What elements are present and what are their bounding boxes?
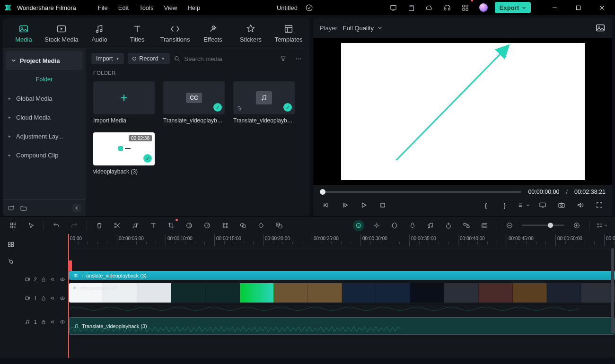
menu-tools[interactable]: Tools bbox=[136, 2, 156, 13]
play-pause-button[interactable] bbox=[339, 199, 351, 211]
mute-icon[interactable] bbox=[50, 276, 56, 283]
track-head-a1[interactable]: 1 bbox=[22, 308, 68, 336]
apps-button[interactable] bbox=[459, 0, 472, 15]
video-track-lane[interactable]: videoplayback (3) bbox=[68, 281, 615, 305]
mark-out-button[interactable]: } bbox=[499, 199, 511, 211]
lock-icon[interactable] bbox=[41, 295, 46, 302]
tab-media[interactable]: Media bbox=[5, 21, 43, 48]
redo-button[interactable] bbox=[69, 220, 80, 231]
mute-icon[interactable] bbox=[50, 295, 56, 302]
track-manager-button[interactable] bbox=[5, 239, 17, 250]
group-button[interactable] bbox=[237, 220, 249, 231]
color-wheel-button[interactable] bbox=[371, 220, 382, 231]
search-input[interactable] bbox=[184, 55, 259, 63]
timeline-vertical-scrollbar[interactable] bbox=[611, 248, 614, 333]
timeline-view-button[interactable] bbox=[596, 220, 607, 231]
sidebar-folder-row[interactable]: Folder bbox=[3, 70, 86, 89]
take-snapshot-button[interactable] bbox=[555, 199, 568, 211]
auto-ripple-button[interactable] bbox=[5, 256, 17, 267]
fullscreen-button[interactable] bbox=[593, 199, 606, 211]
text-track-lane[interactable]: Translate_videoplayback (3) bbox=[68, 270, 615, 281]
timeline-lanes[interactable]: 00:0000:00:05:0000:00:10:0000:00:15:0000… bbox=[68, 234, 615, 358]
account-avatar[interactable] bbox=[477, 0, 490, 15]
zoom-slider[interactable] bbox=[522, 225, 564, 226]
zoom-out-button[interactable] bbox=[504, 220, 515, 231]
keyframe-align-button[interactable] bbox=[220, 220, 231, 231]
new-folder-plus-icon[interactable] bbox=[8, 204, 15, 212]
magnet-button[interactable] bbox=[443, 220, 454, 231]
zoom-slider-handle[interactable] bbox=[548, 223, 553, 228]
eye-icon[interactable] bbox=[60, 295, 65, 302]
playhead[interactable] bbox=[68, 234, 69, 358]
media-item-translate-cc[interactable]: CC✓ Translate_videoplayba... bbox=[163, 81, 225, 124]
video-clip[interactable]: videoplayback (3) bbox=[69, 283, 615, 303]
save-button[interactable] bbox=[405, 0, 418, 15]
undo-button[interactable] bbox=[51, 220, 62, 231]
player-scrubber[interactable] bbox=[320, 191, 521, 193]
mark-in-button[interactable]: { bbox=[480, 199, 492, 211]
keyframe-button[interactable] bbox=[255, 220, 267, 231]
tab-titles[interactable]: Titles bbox=[118, 21, 156, 48]
safe-zone-button[interactable] bbox=[479, 220, 490, 231]
play-button[interactable] bbox=[358, 199, 370, 211]
link-tracks-button[interactable] bbox=[461, 220, 472, 231]
menu-view[interactable]: View bbox=[161, 2, 180, 13]
delete-button[interactable] bbox=[94, 220, 105, 231]
tab-audio[interactable]: Audio bbox=[80, 21, 118, 48]
menu-file[interactable]: File bbox=[95, 2, 111, 13]
snapshot-button[interactable] bbox=[595, 23, 606, 33]
empty-lane[interactable] bbox=[68, 246, 615, 270]
speed-button[interactable] bbox=[202, 220, 213, 231]
search-box[interactable] bbox=[174, 55, 273, 63]
split-button[interactable] bbox=[112, 220, 123, 231]
ai-highlight-button[interactable] bbox=[353, 220, 364, 231]
track-head-v1[interactable]: 1 bbox=[22, 289, 68, 308]
device-preview-button[interactable] bbox=[387, 0, 400, 15]
player-quality-dropdown[interactable]: Full Quality bbox=[343, 25, 382, 32]
audio-track-lane[interactable]: Translate_videoplayback (3) bbox=[68, 315, 615, 337]
window-minimize-button[interactable] bbox=[545, 0, 564, 15]
window-close-button[interactable] bbox=[592, 0, 611, 15]
lock-icon[interactable] bbox=[41, 319, 46, 325]
sidebar-item-adjustment-layer[interactable]: ▸Adjustment Lay... bbox=[3, 127, 86, 146]
filter-button[interactable] bbox=[277, 53, 289, 64]
import-media-tile[interactable]: + Import Media bbox=[93, 81, 155, 124]
crop-button[interactable] bbox=[166, 220, 177, 231]
support-button[interactable] bbox=[441, 0, 454, 15]
record-dropdown[interactable]: Record▼ bbox=[128, 53, 169, 64]
text-tool-button[interactable] bbox=[148, 220, 159, 231]
sidebar-heading-project-media[interactable]: Project Media bbox=[6, 51, 83, 70]
player-viewport[interactable] bbox=[313, 38, 612, 185]
voiceover-button[interactable] bbox=[407, 220, 418, 231]
audio-mix-button[interactable] bbox=[425, 220, 436, 231]
track-head-v2[interactable]: 2 bbox=[22, 270, 68, 289]
sidebar-item-cloud-media[interactable]: ▸Cloud Media bbox=[3, 108, 86, 127]
media-item-videoplayback[interactable]: 00:02:38 ✓ videoplayback (3) bbox=[93, 132, 155, 175]
stop-button[interactable] bbox=[377, 199, 389, 211]
tab-templates[interactable]: Templates bbox=[270, 21, 308, 48]
color-button[interactable] bbox=[184, 220, 195, 231]
audio-clip[interactable]: Translate_videoplayback (3) bbox=[69, 317, 615, 335]
select-tool-button[interactable] bbox=[26, 220, 37, 231]
tab-stickers[interactable]: Stickers bbox=[232, 21, 270, 48]
display-on-monitor-button[interactable] bbox=[536, 199, 549, 211]
text-clip[interactable]: Translate_videoplayback (3) bbox=[69, 271, 615, 280]
timeline-ruler[interactable]: 00:0000:00:05:0000:00:10:0000:00:15:0000… bbox=[68, 234, 615, 246]
new-folder-icon[interactable] bbox=[20, 204, 27, 212]
audio-stretch-button[interactable] bbox=[130, 220, 141, 231]
tab-stock-media[interactable]: Stock Media bbox=[43, 21, 80, 48]
ai-tools-button[interactable] bbox=[8, 220, 19, 231]
marker-button[interactable] bbox=[389, 220, 400, 231]
tab-effects[interactable]: Effects bbox=[194, 21, 232, 48]
cloud-button[interactable] bbox=[423, 0, 436, 15]
prev-frame-button[interactable] bbox=[320, 199, 332, 211]
import-dropdown[interactable]: Import▼ bbox=[91, 53, 124, 64]
zoom-in-button[interactable] bbox=[571, 220, 582, 231]
export-button[interactable]: Export bbox=[495, 2, 531, 13]
scrubber-handle[interactable] bbox=[320, 189, 325, 195]
window-maximize-button[interactable] bbox=[569, 0, 588, 15]
sidebar-item-global-media[interactable]: ▸Global Media bbox=[3, 89, 86, 108]
lock-icon[interactable] bbox=[41, 276, 46, 283]
translate-button[interactable] bbox=[273, 220, 285, 231]
more-button[interactable] bbox=[292, 53, 304, 64]
